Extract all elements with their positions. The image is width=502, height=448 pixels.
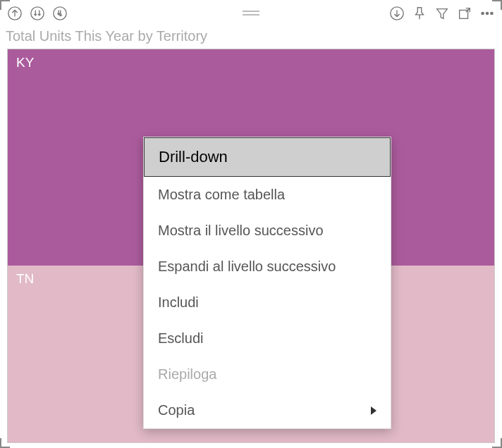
drill-mode-icon[interactable]	[388, 4, 406, 23]
tile-label: KY	[16, 55, 34, 70]
menu-label: Mostra il livello successivo	[158, 223, 324, 239]
pin-icon[interactable]	[410, 4, 429, 23]
menu-label: Drill-down	[159, 148, 228, 166]
visual-toolbar	[0, 0, 502, 27]
tile-label: TN	[16, 271, 34, 286]
drag-handle-icon[interactable]	[243, 11, 259, 18]
focus-mode-icon[interactable]	[455, 4, 474, 23]
selection-corner-br	[492, 438, 502, 448]
menu-item-expand-next-level[interactable]: Espandi al livello successivo	[144, 249, 391, 285]
treemap-visual[interactable]: KY TN Drill-down Mostra come tabella Mos…	[7, 49, 495, 443]
menu-label: Copia	[158, 402, 195, 418]
menu-label: Espandi al livello successivo	[158, 259, 336, 275]
selection-corner-bl	[0, 438, 10, 448]
svg-point-1	[31, 7, 44, 20]
selection-corner-tr	[492, 0, 502, 10]
svg-point-7	[491, 12, 493, 14]
expand-next-level-icon[interactable]	[51, 4, 69, 23]
menu-item-copy[interactable]: Copia	[144, 392, 391, 428]
menu-item-include[interactable]: Includi	[144, 285, 391, 321]
menu-label: Escludi	[158, 330, 203, 347]
menu-item-summarize: Riepiloga	[144, 356, 391, 392]
menu-label: Mostra come tabella	[158, 187, 285, 203]
menu-item-show-next-level[interactable]: Mostra il livello successivo	[144, 213, 391, 249]
chevron-right-icon	[371, 406, 376, 415]
menu-item-exclude[interactable]: Escludi	[144, 321, 391, 356]
menu-item-show-as-table[interactable]: Mostra come tabella	[144, 177, 391, 213]
filter-icon[interactable]	[433, 4, 451, 23]
menu-label: Includi	[158, 294, 199, 311]
toolbar-right-group	[388, 4, 496, 23]
menu-label: Riepiloga	[158, 366, 216, 382]
selection-corner-tl	[0, 0, 10, 10]
menu-item-drill-down[interactable]: Drill-down	[144, 137, 391, 177]
drill-down-all-icon[interactable]	[28, 4, 47, 23]
visual-title: Total Units This Year by Territory	[0, 27, 502, 46]
svg-point-5	[482, 12, 484, 14]
svg-point-6	[486, 12, 488, 14]
toolbar-left-group	[6, 4, 69, 23]
context-menu: Drill-down Mostra come tabella Mostra il…	[143, 137, 391, 429]
